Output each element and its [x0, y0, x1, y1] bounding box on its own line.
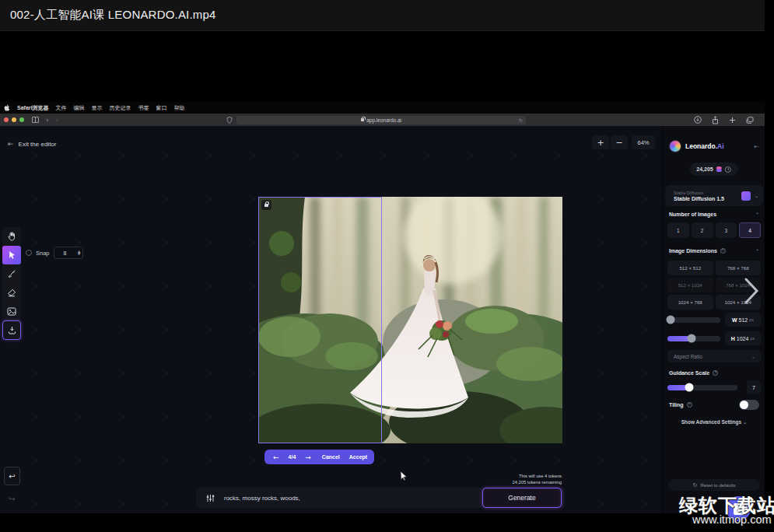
model-selector[interactable]: Stable Diffusion Stable Diffusion 1.5 ⌄	[665, 185, 763, 206]
close-window-button[interactable]	[4, 117, 9, 122]
menubar-item[interactable]: Safari浏览器	[17, 104, 48, 112]
address-bar[interactable]: app.leonardo.ai ↻	[236, 116, 526, 124]
generated-image[interactable]	[258, 197, 562, 443]
back-icon[interactable]: ‹	[46, 116, 49, 124]
menubar-item[interactable]: 文件	[55, 104, 66, 112]
num-images-option[interactable]: 3	[716, 222, 737, 238]
snap-checkbox[interactable]	[26, 250, 32, 256]
forward-icon[interactable]: ›	[56, 116, 59, 124]
menubar-item[interactable]: 窗口	[156, 104, 166, 112]
video-titlebar: 002-人工智能AI课 LEONARDO.AI.mp4	[0, 0, 774, 31]
tiling-row: Tiling ?	[669, 400, 759, 410]
collapse-section-icon[interactable]: ⌃	[755, 248, 759, 254]
reset-label: Reset to defaults	[700, 483, 735, 488]
height-slider[interactable]	[667, 336, 720, 341]
prompt-settings-icon[interactable]	[206, 494, 215, 502]
num-images-option[interactable]: 4	[739, 222, 761, 238]
dimension-option[interactable]: 1024 × 768	[667, 295, 713, 310]
tab-overview-icon[interactable]	[746, 117, 754, 124]
reset-to-defaults-button[interactable]: ↻ Reset to defaults	[668, 479, 760, 491]
window-controls[interactable]	[4, 117, 24, 122]
downloads-icon[interactable]	[694, 116, 702, 124]
help-icon[interactable]: ?	[720, 248, 726, 254]
guidance-slider-thumb[interactable]	[685, 383, 693, 392]
undo-icon: ↩	[9, 472, 15, 481]
new-tab-icon[interactable]	[729, 117, 736, 124]
step-down-icon[interactable]: ▼	[78, 253, 81, 255]
model-value: Stable Diffusion 1.5	[674, 196, 724, 201]
help-icon[interactable]: ?	[713, 370, 718, 376]
snap-stepper[interactable]: ▲ ▼	[78, 247, 81, 258]
collapse-sidebar-icon[interactable]: ⇤	[754, 143, 759, 150]
next-variant-button[interactable]: →	[305, 453, 311, 461]
lock-badge[interactable]	[261, 200, 271, 210]
safari-toolbar: ‹ › app.leonardo.ai ↻	[0, 114, 765, 126]
menubar-item[interactable]: 显示	[91, 104, 102, 112]
num-images-option[interactable]: 1	[667, 222, 689, 238]
watermark-site-url: www.itmop.com	[692, 513, 774, 526]
generation-sidebar: Leonardo.Ai ⇤ 24,205 Stable Diffusion St…	[662, 126, 765, 513]
mouse-cursor	[400, 471, 408, 481]
accept-button[interactable]: Accept	[349, 454, 367, 460]
guidance-scale-header: Guidance Scale ?	[669, 370, 759, 376]
height-slider-thumb[interactable]	[688, 334, 696, 343]
history-clock-icon[interactable]	[725, 166, 731, 173]
select-tool-button[interactable]	[2, 246, 21, 264]
menubar-item[interactable]: 书签	[138, 104, 149, 112]
image-tool-button[interactable]	[2, 302, 21, 320]
undo-button[interactable]: ↩	[4, 467, 20, 485]
compare-divider[interactable]	[381, 197, 382, 443]
zoom-in-button[interactable]: +	[592, 135, 609, 149]
reload-icon[interactable]: ↻	[519, 117, 523, 123]
zoom-level-indicator[interactable]: 64%	[632, 135, 655, 149]
image-dimensions-header[interactable]: Image Dimensions ? ⌃	[669, 248, 759, 254]
width-value-box[interactable]: W 512 px	[725, 313, 761, 327]
tls-lock-icon	[361, 118, 364, 121]
menubar-item[interactable]: 编辑	[73, 104, 84, 112]
generate-button[interactable]: Generate	[482, 488, 562, 508]
height-letter: H	[731, 336, 735, 341]
minimize-window-button[interactable]	[12, 117, 16, 122]
zoom-out-button[interactable]: −	[611, 135, 628, 149]
prompt-input[interactable]: rocks, mossy rocks, woods,	[224, 495, 300, 502]
privacy-shield-icon[interactable]	[226, 113, 233, 127]
tiling-toggle[interactable]	[739, 400, 759, 410]
width-value: 512	[739, 317, 748, 323]
fullscreen-window-button[interactable]	[19, 117, 24, 122]
width-slider[interactable]	[667, 317, 720, 323]
prev-variant-button[interactable]: ←	[273, 453, 279, 461]
menubar-item[interactable]: 历史记录	[109, 104, 131, 112]
guidance-slider[interactable]	[667, 385, 737, 390]
advanced-chevron-down-icon: ⌄	[743, 419, 747, 425]
show-advanced-settings[interactable]: Show Advanced Settings ⌄	[663, 419, 765, 425]
image-icon	[7, 307, 16, 316]
collapse-section-icon[interactable]: ⌃	[755, 212, 759, 217]
model-label: Stable Diffusion	[674, 191, 724, 195]
exit-editor-button[interactable]: ⇤ Exit the editor	[8, 140, 56, 148]
aspect-ratio-dropdown[interactable]: Aspect Ratio ⌄	[667, 350, 761, 362]
cancel-button[interactable]: Cancel	[322, 454, 340, 460]
brand-name-accent: Ai	[717, 142, 724, 150]
pan-tool-button[interactable]	[2, 227, 21, 246]
sidebar-toggle-icon[interactable]	[32, 117, 39, 123]
dimension-option[interactable]: 768 × 768	[716, 261, 762, 275]
dimension-option[interactable]: 512 × 512	[667, 261, 713, 275]
menubar-item[interactable]: 帮助	[173, 104, 184, 112]
download-tool-button[interactable]	[2, 320, 21, 340]
dimension-option[interactable]: 512 × 1024	[667, 278, 713, 292]
height-value-box[interactable]: H 1024 px	[725, 331, 761, 345]
token-balance-pill[interactable]: 24,205	[689, 163, 737, 176]
next-panel-chevron-icon[interactable]	[743, 277, 760, 305]
share-icon[interactable]	[712, 116, 719, 124]
help-icon[interactable]: ?	[687, 402, 692, 408]
snap-value-input[interactable]: 8 ▲ ▼	[54, 247, 83, 259]
width-slider-thumb[interactable]	[667, 316, 675, 324]
erase-tool-button[interactable]	[2, 283, 21, 302]
guidance-value-box[interactable]: 7	[747, 380, 761, 394]
redo-button[interactable]: ↪	[4, 490, 20, 507]
number-of-images-header[interactable]: Number of Images ⌃	[669, 212, 759, 217]
model-chevron-down-icon: ⌄	[755, 193, 758, 198]
num-images-option[interactable]: 2	[692, 222, 713, 238]
snap-value: 8	[64, 250, 67, 256]
draw-tool-button[interactable]	[2, 264, 21, 283]
